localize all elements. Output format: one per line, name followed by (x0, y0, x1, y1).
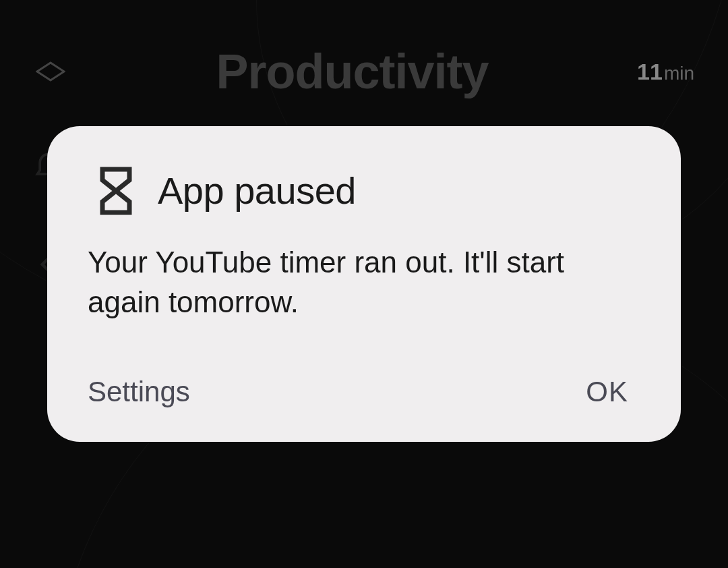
hourglass-icon (100, 167, 132, 215)
dialog-overlay: App paused Your YouTube timer ran out. I… (0, 0, 728, 568)
app-paused-dialog: App paused Your YouTube timer ran out. I… (47, 126, 681, 443)
dialog-title: App paused (158, 169, 356, 212)
dialog-message: Your YouTube timer ran out. It'll start … (88, 242, 640, 322)
ok-button[interactable]: OK (586, 376, 640, 408)
dialog-header: App paused (88, 167, 640, 215)
settings-button[interactable]: Settings (88, 376, 190, 408)
dialog-actions: Settings OK (88, 376, 640, 408)
